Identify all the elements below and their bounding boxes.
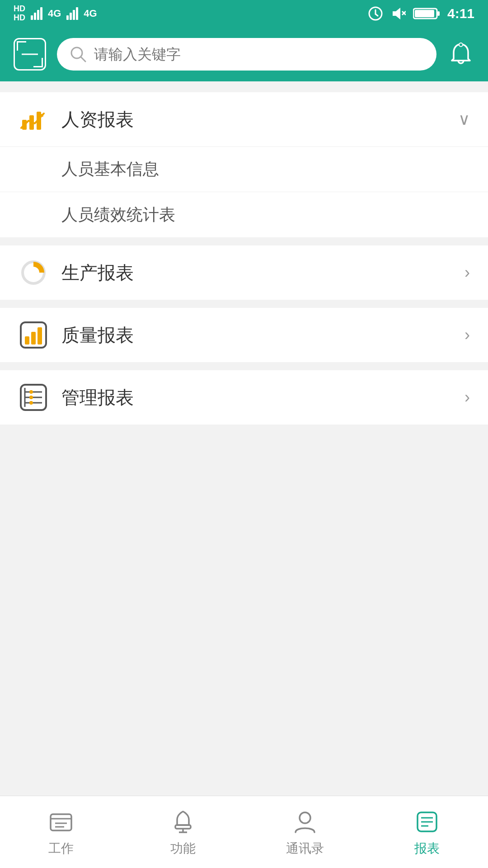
nav-contacts[interactable]: 通讯录	[244, 796, 366, 868]
quality-icon	[18, 320, 49, 350]
svg-point-37	[300, 812, 310, 823]
svg-rect-21	[38, 327, 42, 344]
management-reports-header[interactable]: 管理报表 ›	[0, 370, 488, 425]
svg-rect-30	[51, 814, 71, 830]
signal-1	[31, 7, 42, 20]
signal-2	[66, 7, 78, 20]
app-header	[0, 27, 488, 81]
contacts-icon	[291, 807, 319, 836]
svg-point-28	[29, 396, 33, 399]
production-reports-header[interactable]: 生产报表 ›	[0, 245, 488, 300]
svg-rect-19	[25, 336, 29, 344]
contacts-label: 通讯录	[286, 840, 324, 857]
quality-reports-header[interactable]: 质量报表 ›	[0, 308, 488, 362]
svg-line-10	[81, 57, 85, 61]
nav-work[interactable]: 工作	[0, 796, 122, 868]
production-icon	[18, 257, 49, 288]
work-label: 工作	[48, 840, 74, 857]
svg-point-27	[29, 390, 33, 394]
svg-point-11	[459, 43, 463, 47]
status-time: 4:11	[447, 6, 474, 21]
svg-point-29	[29, 401, 33, 405]
svg-rect-34	[175, 825, 191, 829]
production-reports-section: 生产报表 ›	[0, 245, 488, 300]
svg-rect-20	[31, 332, 36, 344]
search-icon	[70, 46, 87, 63]
management-reports-title: 管理报表	[61, 385, 452, 410]
status-bar: HD HD 4G 4G	[0, 0, 488, 27]
alarm-icon	[368, 6, 383, 21]
production-chevron-icon: ›	[465, 263, 470, 282]
quality-reports-title: 质量报表	[61, 323, 452, 348]
status-right: 4:11	[368, 6, 474, 21]
reports-label: 报表	[414, 840, 440, 857]
quality-chevron-icon: ›	[465, 326, 470, 344]
reports-icon	[413, 807, 441, 836]
hr-chevron-icon: ∨	[458, 110, 470, 129]
management-chevron-icon: ›	[465, 388, 470, 407]
bottom-nav: 工作 功能 通讯录	[0, 796, 488, 868]
svg-rect-7	[415, 10, 434, 17]
management-reports-section: 管理报表 ›	[0, 370, 488, 425]
scan-button[interactable]	[14, 38, 46, 71]
hr-reports-title: 人资报表	[61, 107, 446, 132]
hr-icon	[18, 104, 49, 135]
nav-function[interactable]: 功能	[122, 796, 244, 868]
function-label: 功能	[170, 840, 196, 857]
main-content: 人资报表 ∨ 人员基本信息 人员绩效统计表 生产报表 ›	[0, 81, 488, 435]
sub-item-performance[interactable]: 人员绩效统计表	[0, 192, 488, 237]
search-bar[interactable]	[57, 38, 436, 71]
production-reports-title: 生产报表	[61, 260, 452, 285]
function-icon	[169, 807, 197, 836]
hr-reports-header[interactable]: 人资报表 ∨	[0, 92, 488, 146]
hr-sub-items: 人员基本信息 人员绩效统计表	[0, 146, 488, 237]
notification-button[interactable]	[447, 41, 474, 68]
sub-item-basic-info[interactable]: 人员基本信息	[0, 147, 488, 192]
nav-reports[interactable]: 报表	[366, 796, 488, 868]
work-icon	[47, 807, 75, 836]
hr-reports-section: 人资报表 ∨ 人员基本信息 人员绩效统计表	[0, 92, 488, 237]
search-input[interactable]	[94, 46, 424, 63]
mute-icon	[390, 6, 406, 21]
quality-reports-section: 质量报表 ›	[0, 308, 488, 362]
svg-rect-6	[437, 11, 440, 16]
svg-point-17	[28, 267, 39, 278]
status-left: HD HD 4G 4G	[14, 5, 99, 23]
svg-line-2	[375, 14, 378, 16]
battery-icon	[413, 7, 440, 20]
bell-icon	[448, 42, 474, 67]
management-icon	[18, 382, 49, 413]
scan-inner-icon	[22, 46, 38, 62]
